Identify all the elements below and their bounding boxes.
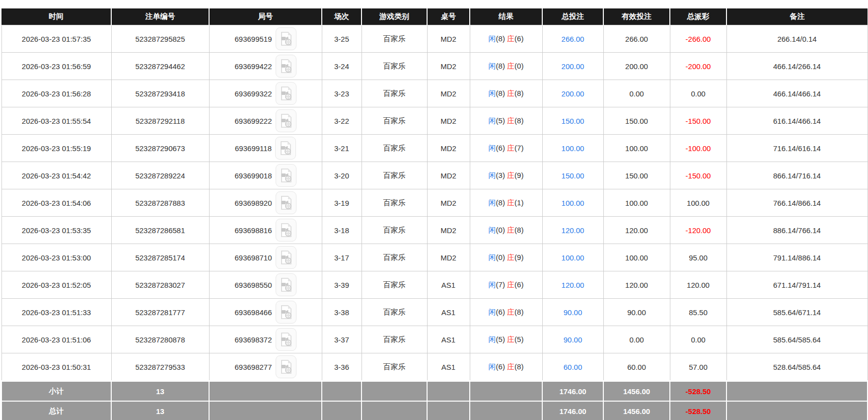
remark: 671.14/791.14 (726, 271, 868, 299)
summary-label: 小计 (1, 381, 111, 402)
video-replay-icon[interactable] (276, 301, 296, 324)
video-replay-icon[interactable] (276, 273, 296, 296)
remark: 716.14/616.14 (726, 135, 868, 162)
session-number: 3-20 (322, 162, 362, 189)
video-replay-icon[interactable] (276, 191, 296, 214)
total-bet-link[interactable]: 150.00 (562, 117, 584, 125)
player-score: (8) (496, 89, 505, 97)
total-bet: 60.00 (542, 353, 603, 381)
table-number: MD2 (427, 244, 470, 271)
banker-score: (1) (514, 198, 523, 207)
bet-number: 523287294462 (111, 53, 209, 80)
total-bet-link[interactable]: 120.00 (562, 226, 584, 235)
bet-number: 523287280878 (111, 326, 209, 353)
total-bet-link[interactable]: 100.00 (562, 253, 584, 262)
game-result: 闲(7) 庄(6) (470, 271, 542, 299)
banker-score: (6) (514, 34, 523, 43)
total-bet-link[interactable]: 100.00 (562, 144, 584, 153)
game-type: 百家乐 (362, 25, 427, 53)
summary-valid-bet: 1456.00 (603, 381, 670, 402)
player-result-label: 闲 (489, 89, 496, 97)
bet-time: 2026-03-23 01:52:05 (1, 271, 111, 299)
bet-history-page: 时间注单编号局号场次游戏类别桌号结果总投注有效投注总派彩备注 2026-03-2… (0, 0, 868, 420)
game-type: 百家乐 (362, 244, 427, 271)
remark: 528.64/585.64 (726, 353, 868, 381)
total-bet: 150.00 (542, 107, 603, 135)
total-bet-link[interactable]: 100.00 (562, 199, 584, 207)
total-bet: 100.00 (542, 135, 603, 162)
total-payout: 0.00 (670, 80, 726, 107)
session-number: 3-37 (322, 326, 362, 353)
game-result: 闲(6) 庄(7) (470, 135, 542, 162)
game-type: 百家乐 (362, 217, 427, 244)
video-replay-icon[interactable] (276, 82, 296, 105)
total-payout: -100.00 (670, 135, 726, 162)
column-header-session: 场次 (322, 8, 362, 25)
round-number: 693698920 (234, 199, 272, 207)
player-result-label: 闲 (489, 335, 496, 343)
player-score: (0) (496, 253, 505, 261)
session-number: 3-39 (322, 271, 362, 299)
video-replay-icon[interactable] (276, 109, 296, 132)
total-bet-link[interactable]: 266.00 (562, 35, 584, 43)
banker-score: (9) (514, 171, 523, 179)
video-replay-icon[interactable] (276, 55, 296, 78)
total-bet-link[interactable]: 200.00 (562, 89, 584, 98)
banker-result-label: 庄 (507, 226, 514, 234)
total-bet-link[interactable]: 120.00 (562, 281, 584, 289)
game-result: 闲(8) 庄(0) (470, 53, 542, 80)
valid-bet: 60.00 (603, 353, 670, 381)
bet-number: 523287290673 (111, 135, 209, 162)
bet-number: 523287286581 (111, 217, 209, 244)
round-cell: 693699422 (209, 53, 322, 80)
video-replay-icon[interactable] (276, 355, 296, 378)
round-number: 693699118 (235, 144, 272, 153)
player-score: (8) (496, 62, 505, 70)
player-result-label: 闲 (489, 226, 496, 234)
summary-payout: -528.50 (670, 401, 726, 420)
player-result-label: 闲 (489, 144, 496, 152)
player-result-label: 闲 (489, 362, 496, 371)
summary-valid-bet: 1456.00 (603, 401, 670, 420)
video-replay-icon[interactable] (276, 246, 296, 269)
total-bet-link[interactable]: 200.00 (562, 62, 584, 71)
table-header: 时间注单编号局号场次游戏类别桌号结果总投注有效投注总派彩备注 (1, 8, 868, 25)
bet-time: 2026-03-23 01:54:06 (1, 189, 111, 217)
round-number: 693698710 (234, 253, 272, 262)
summary-row: 小计 13 1746.00 1456.00 -528.50 (1, 381, 868, 402)
total-bet: 200.00 (542, 53, 603, 80)
total-payout: 0.00 (670, 326, 726, 353)
game-type: 百家乐 (362, 53, 427, 80)
round-number: 693698816 (234, 226, 272, 235)
column-header-time: 时间 (1, 8, 111, 25)
header-row: 时间注单编号局号场次游戏类别桌号结果总投注有效投注总派彩备注 (1, 8, 868, 25)
valid-bet: 150.00 (603, 107, 670, 135)
total-payout: 57.00 (670, 353, 726, 381)
session-number: 3-23 (322, 80, 362, 107)
bet-time: 2026-03-23 01:51:33 (1, 299, 111, 326)
total-bet-link[interactable]: 90.00 (564, 336, 582, 344)
table-row: 2026-03-23 01:56:59 523287294462 6936994… (1, 53, 868, 80)
round-cell: 693698277 (209, 353, 322, 381)
valid-bet: 100.00 (603, 189, 670, 217)
banker-score: (9) (514, 253, 523, 261)
total-bet-link[interactable]: 150.00 (562, 171, 584, 180)
total-bet: 266.00 (542, 25, 603, 53)
table-number: AS1 (427, 353, 470, 381)
banker-score: (8) (514, 362, 523, 371)
round-cell: 693698920 (209, 189, 322, 217)
video-replay-icon[interactable] (276, 328, 296, 351)
game-result: 闲(0) 庄(9) (470, 244, 542, 271)
total-bet-link[interactable]: 90.00 (564, 308, 582, 317)
remark: 466.14/466.14 (726, 80, 868, 107)
banker-result-label: 庄 (507, 198, 514, 207)
video-replay-icon[interactable] (275, 137, 296, 160)
session-number: 3-25 (322, 25, 362, 53)
game-result: 闲(8) 庄(6) (470, 25, 542, 53)
table-row: 2026-03-23 01:54:06 523287287883 6936989… (1, 189, 868, 217)
video-replay-icon[interactable] (276, 27, 296, 50)
video-replay-icon[interactable] (276, 164, 296, 187)
remark: 866.14/716.14 (726, 162, 868, 189)
video-replay-icon[interactable] (276, 219, 296, 242)
total-bet-link[interactable]: 60.00 (564, 363, 582, 371)
